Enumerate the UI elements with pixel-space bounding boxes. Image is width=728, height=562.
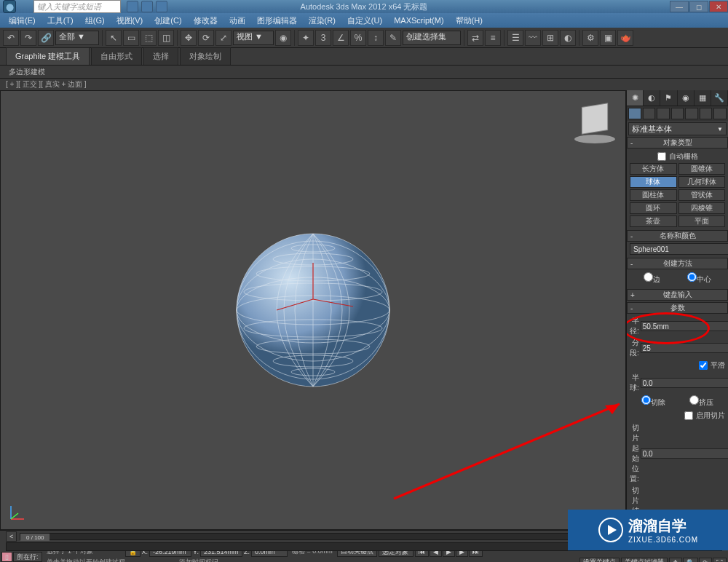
menu-edit[interactable]: 编辑(E) <box>3 14 41 28</box>
menu-customize[interactable]: 自定义(U) <box>341 14 388 28</box>
snap-toggle[interactable]: 3 <box>315 30 331 46</box>
schematic-button[interactable]: ⊞ <box>542 30 558 46</box>
mirror-button[interactable]: ⇄ <box>467 30 483 46</box>
key-filters-button[interactable]: 关键点过滤器 <box>621 558 668 563</box>
manipulate-button[interactable]: ✦ <box>298 30 314 46</box>
menu-group[interactable]: 组(G) <box>79 14 111 28</box>
pivot-button[interactable]: ◉ <box>275 30 291 46</box>
spacewarps-icon[interactable] <box>700 108 713 119</box>
time-slider-handle[interactable]: 0 / 100 <box>20 534 50 541</box>
geosphere-button[interactable]: 几何球体 <box>678 176 726 188</box>
menu-animation[interactable]: 动画 <box>223 14 251 28</box>
squash-radio[interactable] <box>689 395 699 405</box>
plane-button[interactable]: 平面 <box>678 215 726 227</box>
center-radio[interactable] <box>687 272 697 282</box>
select-name-button[interactable]: ▭ <box>123 30 139 46</box>
close-button[interactable]: ✕ <box>709 1 728 12</box>
menu-maxscript[interactable]: MAXScript(M) <box>388 15 449 26</box>
angle-snap-toggle[interactable]: ∠ <box>333 30 349 46</box>
add-time-tag[interactable]: 添加时间标记 <box>176 558 221 562</box>
menu-help[interactable]: 帮助(H) <box>450 14 488 28</box>
modify-tab[interactable]: ◐ <box>644 90 660 106</box>
teapot-button[interactable]: 茶壶 <box>630 215 677 227</box>
creation-method-header[interactable]: 创建方法 <box>627 258 728 269</box>
edit-named-sel-button[interactable]: ✎ <box>385 30 401 46</box>
help-icon[interactable] <box>127 1 138 12</box>
geometry-icon[interactable] <box>628 108 641 119</box>
chop-radio[interactable] <box>641 395 651 405</box>
redo-button[interactable]: ↷ <box>20 30 36 46</box>
motion-tab[interactable]: ◉ <box>678 90 695 106</box>
keyboard-entry-header[interactable]: 键盘输入 <box>627 289 728 301</box>
lights-icon[interactable] <box>657 108 670 119</box>
tab-graphite[interactable]: Graphite 建模工具 <box>6 47 90 65</box>
selection-filter[interactable]: 全部 ▼ <box>55 31 99 45</box>
rotate-button[interactable]: ⟳ <box>198 30 214 46</box>
radius-input[interactable] <box>641 321 728 331</box>
setkey-button[interactable]: 设置关键点 <box>579 558 620 563</box>
menu-grapheditors[interactable]: 图形编辑器 <box>251 14 303 28</box>
box-button[interactable]: 长方体 <box>630 163 677 175</box>
hierarchy-tab[interactable]: ⚑ <box>660 90 677 106</box>
systems-icon[interactable] <box>713 108 727 119</box>
viewport[interactable] <box>0 90 626 530</box>
undo-button[interactable]: ↶ <box>3 30 19 46</box>
parameters-header[interactable]: 参数 <box>627 302 728 314</box>
name-color-header[interactable]: 名称和颜色 <box>627 230 728 242</box>
sphere-object[interactable] <box>233 230 393 390</box>
tab-freeform[interactable]: 自由形式 <box>91 47 142 65</box>
tube-button[interactable]: 管状体 <box>678 189 726 201</box>
nav-maximize-icon[interactable]: ⛶ <box>713 558 727 563</box>
helpers-icon[interactable] <box>685 108 698 119</box>
tab-selection[interactable]: 选择 <box>143 47 178 65</box>
restore-button[interactable]: ◻ <box>689 1 708 12</box>
search-input[interactable]: 键入关键字或短语 <box>33 0 121 13</box>
utilities-tab[interactable]: 🔧 <box>711 90 728 106</box>
nav-pan-icon[interactable]: ✥ <box>669 558 682 563</box>
align-button[interactable]: ≡ <box>485 30 501 46</box>
object-name-input[interactable] <box>630 243 728 255</box>
object-type-header[interactable]: 对象类型 <box>627 137 728 149</box>
link-button[interactable]: 🔗 <box>38 30 54 46</box>
render-button[interactable]: 🫖 <box>617 30 633 46</box>
listener-button[interactable]: 所在行: <box>13 552 42 562</box>
star-icon[interactable] <box>141 1 153 12</box>
smooth-checkbox[interactable] <box>699 361 708 370</box>
segments-input[interactable] <box>641 343 728 353</box>
viewcube-cube-icon[interactable] <box>582 103 608 134</box>
slice-from-input[interactable] <box>641 448 728 459</box>
maxscript-mini-button[interactable]: ▯ <box>1 552 12 562</box>
nav-zoom-icon[interactable]: 🔍 <box>683 558 698 563</box>
time-prev-button[interactable]: < <box>6 531 17 542</box>
pyramid-button[interactable]: 四棱锥 <box>678 202 726 214</box>
sphere-button[interactable]: 球体 <box>630 176 677 188</box>
spinner-snap-toggle[interactable]: ↕ <box>368 30 384 46</box>
create-tab[interactable]: ✺ <box>627 90 644 106</box>
viewcube-base-icon[interactable] <box>574 135 615 143</box>
autogrid-checkbox[interactable] <box>657 152 666 161</box>
hemi-input[interactable] <box>641 378 728 388</box>
curve-editor-button[interactable]: 〰 <box>525 30 541 46</box>
layers-button[interactable]: ☰ <box>507 30 523 46</box>
tab-paint[interactable]: 对象绘制 <box>180 47 231 65</box>
select-button[interactable]: ↖ <box>106 30 122 46</box>
info-icon[interactable] <box>156 1 167 12</box>
cameras-icon[interactable] <box>671 108 684 119</box>
nav-orbit-icon[interactable]: ⟳ <box>699 558 712 563</box>
category-select[interactable]: 标准基本体 <box>628 122 727 135</box>
select-region-button[interactable]: ⬚ <box>141 30 157 46</box>
cone-button[interactable]: 圆锥体 <box>678 163 726 175</box>
render-setup-button[interactable]: ⚙ <box>582 30 598 46</box>
menu-tools[interactable]: 工具(T) <box>41 14 79 28</box>
slice-on-checkbox[interactable] <box>684 411 693 420</box>
display-tab[interactable]: ▦ <box>695 90 711 106</box>
menu-create[interactable]: 创建(C) <box>149 14 187 28</box>
scale-button[interactable]: ⤢ <box>215 30 232 46</box>
percent-snap-toggle[interactable]: % <box>350 30 366 46</box>
subtab-poly[interactable]: 多边形建模 <box>6 67 48 77</box>
named-selection-sets[interactable]: 创建选择集 <box>403 31 461 45</box>
menu-views[interactable]: 视图(V) <box>111 14 149 28</box>
edge-radio[interactable] <box>644 272 653 282</box>
menu-modifiers[interactable]: 修改器 <box>188 14 223 28</box>
move-button[interactable]: ✥ <box>181 30 197 46</box>
